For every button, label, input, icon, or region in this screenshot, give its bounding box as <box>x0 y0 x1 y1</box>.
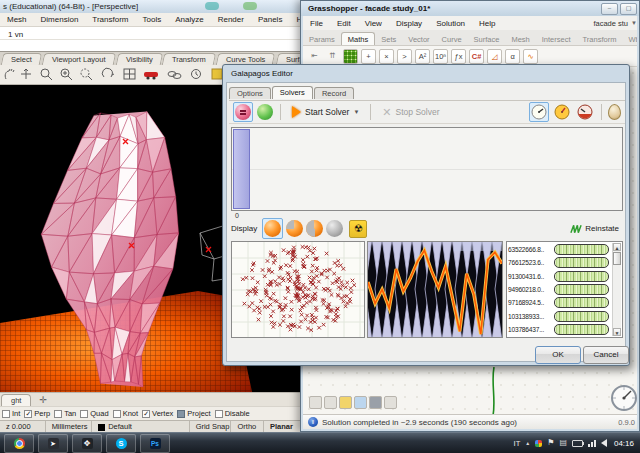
tray-app-icon[interactable] <box>535 440 542 447</box>
canvas-widget[interactable] <box>354 396 367 409</box>
speed-medium-button[interactable] <box>552 102 572 122</box>
display-mode-4-button[interactable] <box>326 220 343 237</box>
genome-bar[interactable] <box>554 324 609 335</box>
osnap-tan[interactable]: Tan <box>54 409 76 418</box>
display-mode-1-button[interactable] <box>262 218 283 239</box>
osnap-project[interactable]: Project <box>177 409 210 418</box>
canvas-widget[interactable] <box>339 396 352 409</box>
fitness-row[interactable]: 63522666.8.. <box>508 243 611 256</box>
gh-tab-vector[interactable]: Vector <box>402 33 435 45</box>
trig-icon[interactable]: ◿ <box>487 49 502 64</box>
taskbar-skype-icon[interactable]: S <box>106 434 136 453</box>
domain-icon[interactable]: ⇤ <box>307 49 322 64</box>
domain-components-icon[interactable]: ⇈ <box>325 49 340 64</box>
minimize-button[interactable]: – <box>601 3 618 15</box>
new-viewport-icon[interactable]: ✛ <box>39 394 47 406</box>
reinstate-button[interactable]: Reinstate <box>570 223 623 235</box>
grasshopper-titlebar[interactable]: Grasshopper - facade study_01* <box>301 1 639 16</box>
power-icon[interactable]: A² <box>415 49 430 64</box>
clock[interactable]: 04:16 <box>614 439 634 448</box>
fitness-row[interactable]: 94960218.0.. <box>508 283 611 296</box>
csharp-script-icon[interactable]: C# <box>469 49 484 64</box>
scroll-down-icon[interactable]: ▼ <box>613 328 621 336</box>
osnap-vertex[interactable]: ✓Vertex <box>142 409 173 418</box>
taskbar-capture-icon[interactable]: ➤ <box>38 434 68 453</box>
canvas-widget[interactable] <box>384 396 397 409</box>
document-selector[interactable]: facade stu▼ <box>593 19 637 28</box>
generation-column[interactable] <box>233 129 250 209</box>
rhino-tab-viewport-layout[interactable]: Viewport Layout <box>42 53 116 65</box>
display-mode-2-button[interactable] <box>286 220 303 237</box>
osnap-disable-checkbox[interactable] <box>215 410 223 418</box>
canvas-widget[interactable] <box>309 396 322 409</box>
rhino-tab-visibility[interactable]: Visibility <box>115 53 163 65</box>
genome-bar[interactable] <box>554 284 609 295</box>
addition-icon[interactable]: + <box>361 49 376 64</box>
gh-tab-mesh[interactable]: Mesh <box>505 33 535 45</box>
annealing-solver-icon[interactable] <box>257 104 273 120</box>
battery-icon[interactable] <box>572 440 583 447</box>
viewport-tab-right[interactable]: ght <box>1 394 31 406</box>
rhino-menu-mesh[interactable]: Mesh <box>0 13 34 27</box>
start-solver-button[interactable]: Start Solver ▼ <box>288 104 363 120</box>
scroll-up-icon[interactable]: ▲ <box>613 243 621 251</box>
genome-bar[interactable] <box>554 297 609 308</box>
grid-icon[interactable]: ▦ <box>343 49 358 64</box>
osnap-vertex-checkbox[interactable]: ✓ <box>142 410 150 418</box>
taskbar-chrome-icon[interactable] <box>4 434 34 453</box>
osnap-quad[interactable]: Quad <box>80 409 108 418</box>
gh-tab-sets[interactable]: Sets <box>375 33 402 45</box>
gh-tab-surface[interactable]: Surface <box>468 33 506 45</box>
osnap-disable[interactable]: Disable <box>215 409 250 418</box>
galapagos-tab-options[interactable]: Options <box>229 87 271 99</box>
gh-menu-edit[interactable]: Edit <box>330 19 358 28</box>
chevron-down-icon[interactable]: ▼ <box>353 109 359 115</box>
rhino-tab-transform[interactable]: Transform <box>162 53 216 65</box>
gh-menu-help[interactable]: Help <box>472 19 502 28</box>
rhino-toolbar-icons[interactable] <box>0 65 240 85</box>
network-signal-icon[interactable] <box>588 439 596 447</box>
osnap-perp[interactable]: ✓Perp <box>24 409 50 418</box>
rhino-menu-tools[interactable]: Tools <box>136 13 169 27</box>
gh-tab-wb[interactable]: Wb <box>622 33 637 45</box>
multiplication-icon[interactable]: × <box>379 49 394 64</box>
volume-icon[interactable] <box>601 439 607 447</box>
osnap-perp-checkbox[interactable]: ✓ <box>24 410 32 418</box>
gh-tab-maths[interactable]: Maths <box>341 32 375 45</box>
alpha-icon[interactable]: α <box>505 49 520 64</box>
galapagos-tab-solvers[interactable]: Solvers <box>272 86 313 99</box>
gh-tab-transform[interactable]: Transform <box>577 33 623 45</box>
action-center-flag-icon[interactable]: ⚑ <box>547 439 554 447</box>
taskbar-photoshop-icon[interactable]: Ps <box>140 434 170 453</box>
osnap-knot-checkbox[interactable] <box>113 410 121 418</box>
galapagos-titlebar[interactable]: Galapagos Editor <box>223 65 629 83</box>
gh-menu-file[interactable]: File <box>303 19 330 28</box>
speed-slow-button[interactable] <box>575 102 595 122</box>
ok-button[interactable]: OK <box>535 346 581 364</box>
scroll-thumb[interactable] <box>613 252 621 265</box>
language-indicator[interactable]: IT <box>514 439 521 448</box>
larger-than-icon[interactable]: > <box>397 49 412 64</box>
taskbar-zoom-icon[interactable]: ✥ <box>72 434 102 453</box>
rhino-menu-transform[interactable]: Transform <box>85 13 135 27</box>
genome-bar[interactable] <box>554 311 609 322</box>
rhino-tab-select[interactable]: Select <box>1 53 42 65</box>
cancel-button[interactable]: Cancel <box>583 346 629 364</box>
rhino-menu-panels[interactable]: Panels <box>251 13 289 27</box>
osnap-int-checkbox[interactable] <box>2 410 10 418</box>
show-hidden-icons-icon[interactable]: ▲ <box>525 440 530 446</box>
rhino-menu-analyze[interactable]: Analyze <box>168 13 210 27</box>
osnap-tan-checkbox[interactable] <box>54 410 62 418</box>
egg-icon[interactable] <box>608 104 621 120</box>
rhino-menu-dimension[interactable]: Dimension <box>34 13 86 27</box>
expression-icon[interactable]: ƒx <box>451 49 466 64</box>
canvas-widget[interactable] <box>369 396 382 409</box>
gaussian-icon[interactable]: ∿ <box>523 49 538 64</box>
canvas-compass-widget[interactable] <box>609 383 639 413</box>
galapagos-tab-record[interactable]: Record <box>314 87 354 99</box>
genome-bar[interactable] <box>554 271 609 282</box>
maximize-button[interactable]: ▢ <box>620 3 637 15</box>
osnap-quad-checkbox[interactable] <box>80 410 88 418</box>
speed-fast-button[interactable] <box>529 102 549 122</box>
clipboard-icon[interactable]: ▤ <box>559 439 567 447</box>
